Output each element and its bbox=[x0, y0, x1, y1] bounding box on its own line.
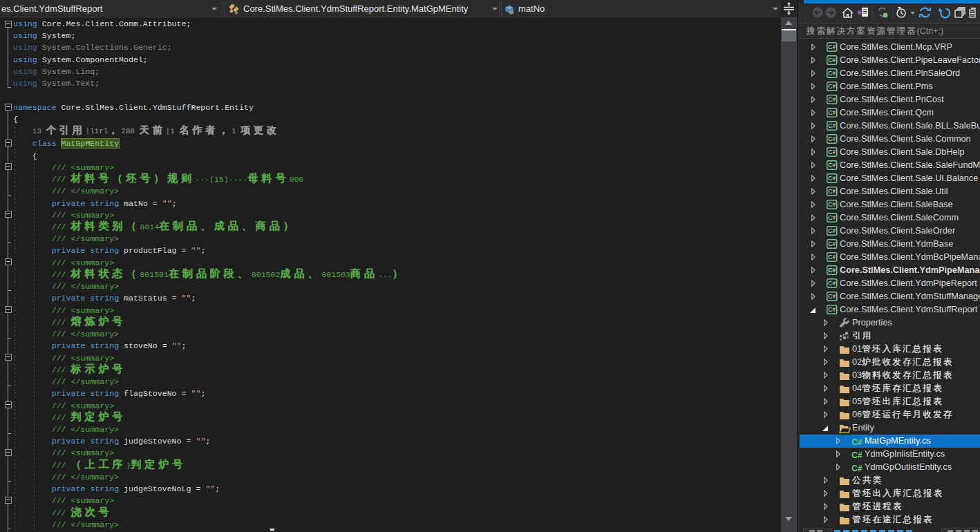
svg-text:C#: C# bbox=[828, 240, 836, 247]
svg-text:C#: C# bbox=[828, 44, 836, 50]
svg-text:C#: C# bbox=[828, 175, 836, 182]
svg-text:C#: C# bbox=[828, 201, 836, 208]
svg-text:C#: C# bbox=[851, 437, 863, 446]
svg-text:C#: C# bbox=[828, 162, 836, 169]
svg-text:C#: C# bbox=[828, 83, 836, 90]
svg-text:C#: C# bbox=[851, 463, 863, 473]
svg-text:C#: C# bbox=[828, 122, 836, 129]
svg-text:C#: C# bbox=[851, 450, 863, 459]
svg-text:C#: C# bbox=[828, 293, 836, 300]
svg-text:C#: C# bbox=[828, 96, 836, 103]
svg-text:C#: C# bbox=[828, 227, 836, 234]
svg-text:C#: C# bbox=[828, 70, 836, 77]
svg-text:C#: C# bbox=[828, 135, 836, 142]
svg-text:C#: C# bbox=[828, 57, 836, 64]
svg-text:C#: C# bbox=[828, 254, 836, 260]
svg-text:C#: C# bbox=[828, 306, 836, 313]
svg-text:C#: C# bbox=[828, 280, 836, 287]
svg-text:C#: C# bbox=[828, 214, 836, 221]
svg-text:C#: C# bbox=[828, 109, 836, 116]
svg-text:C#: C# bbox=[828, 267, 836, 274]
svg-text:C#: C# bbox=[828, 188, 836, 195]
svg-text:C#: C# bbox=[828, 149, 836, 155]
